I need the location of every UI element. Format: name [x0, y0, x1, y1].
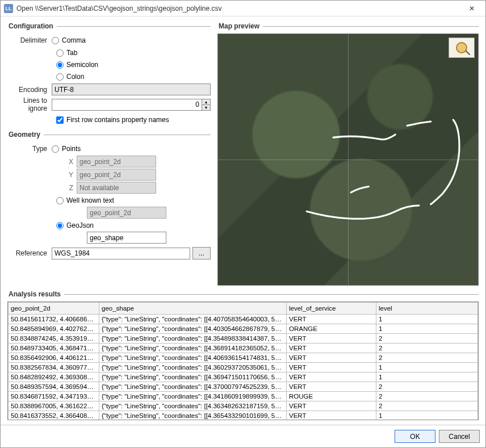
table-cell: {"type": "LineString", "coordinates": [[…: [99, 392, 287, 401]
map-polylines: [218, 34, 478, 286]
dialog-window: LL Open \\Server1\TestData\CSV\geojson_s…: [0, 0, 486, 448]
map-preview[interactable]: [217, 34, 479, 286]
type-label: Type: [7, 145, 52, 153]
content-area: Configuration Delimiter Comma Tab Semico…: [1, 16, 485, 425]
footer: OK Cancel: [1, 425, 485, 447]
table-cell: {"type": "LineString", "coordinates": [[…: [99, 363, 287, 372]
reference-label: Reference: [7, 249, 52, 257]
table-cell: 2: [376, 382, 478, 392]
table-row[interactable]: 50.8356492906, 4.40612106113{"type": "Li…: [9, 353, 478, 363]
table-cell: ORANGE: [287, 324, 376, 334]
table-cell: 2: [376, 334, 478, 344]
table-cell: {"type": "LineString", "coordinates": [[…: [99, 401, 287, 411]
cancel-button[interactable]: Cancel: [439, 430, 480, 443]
table-cell: 2: [376, 353, 478, 363]
table-row[interactable]: 50.8489357594, 4.36959448516{"type": "Li…: [9, 382, 478, 392]
table-cell: {"type": "LineString", "coordinates": [[…: [99, 382, 287, 392]
ok-button[interactable]: OK: [395, 430, 435, 443]
column-header[interactable]: geo_point_2d: [9, 303, 99, 315]
geojson-select[interactable]: [87, 232, 166, 244]
titlebar: LL Open \\Server1\TestData\CSV\geojson_s…: [1, 1, 485, 16]
type-wkt-label: Well known text: [66, 196, 114, 204]
column-header[interactable]: geo_shape: [99, 303, 287, 315]
table-cell: 50.8382567834, 4.36097713019: [9, 363, 99, 372]
reference-browse-button[interactable]: ...: [192, 247, 211, 259]
spinner-down-icon[interactable]: ▼: [202, 105, 210, 110]
type-geojson-radio[interactable]: [56, 222, 64, 229]
lines-ignore-label: Lines to ignore: [7, 97, 52, 112]
table-cell: 1: [376, 315, 478, 324]
table-cell: 50.8388967005, 4.36162208361: [9, 401, 99, 411]
results-scroll[interactable]: geo_point_2dgeo_shapelevel_of_servicelev…: [8, 302, 478, 420]
table-cell: 1: [376, 363, 478, 372]
configuration-legend: Configuration: [7, 22, 57, 30]
table-cell: 50.8485894969, 4.40276271497: [9, 324, 99, 334]
table-cell: VERT: [287, 315, 376, 324]
results-legend: Analysis results: [7, 290, 64, 298]
delimiter-colon-label: Colon: [66, 73, 84, 81]
table-cell: VERT: [287, 334, 376, 344]
first-row-checkbox[interactable]: [56, 116, 64, 124]
table-cell: {"type": "LineString", "coordinates": [[…: [99, 334, 287, 344]
table-cell: 50.8356492906, 4.40612106113: [9, 353, 99, 363]
table-cell: VERT: [287, 401, 376, 411]
table-row[interactable]: 50.8348874245, 4.35391975836{"type": "Li…: [9, 334, 478, 344]
delimiter-tab-radio[interactable]: [56, 49, 64, 57]
results-group: Analysis results geo_point_2dgeo_shapele…: [7, 290, 479, 420]
table-row[interactable]: 50.8416373552, 4.36640806452{"type": "Li…: [9, 411, 478, 420]
table-row[interactable]: 50.8346871592, 4.34719367505{"type": "Li…: [9, 392, 478, 401]
table-cell: 50.8482892492, 4.36930887801: [9, 372, 99, 382]
close-button[interactable]: ✕: [462, 1, 482, 16]
type-geojson-label: GeoJson: [66, 221, 94, 229]
zoom-tool[interactable]: [449, 37, 475, 58]
column-header[interactable]: level: [376, 303, 478, 315]
map-legend: Map preview: [217, 22, 263, 30]
z-select: [77, 182, 156, 194]
y-select: [77, 169, 156, 181]
table-row[interactable]: 50.8485894969, 4.40276271497{"type": "Li…: [9, 324, 478, 334]
table-cell: {"type": "LineString", "coordinates": [[…: [99, 411, 287, 420]
delimiter-semicolon-label: Semicolon: [66, 61, 98, 69]
wkt-select: [87, 207, 166, 219]
table-cell: 50.8346871592, 4.34719367505: [9, 392, 99, 401]
type-wkt-radio[interactable]: [56, 197, 64, 204]
lines-ignore-input[interactable]: [52, 99, 202, 111]
delimiter-comma-radio[interactable]: [52, 37, 59, 44]
type-points-label: Points: [62, 145, 81, 153]
spinner-up-icon[interactable]: ▲: [202, 99, 210, 105]
table-row[interactable]: 50.8388967005, 4.36162208361{"type": "Li…: [9, 401, 478, 411]
encoding-select[interactable]: [52, 83, 211, 95]
results-table: geo_point_2dgeo_shapelevel_of_servicelev…: [8, 302, 478, 420]
table-cell: VERT: [287, 372, 376, 382]
table-cell: {"type": "LineString", "coordinates": [[…: [99, 344, 287, 353]
app-icon: LL: [4, 4, 13, 13]
type-points-radio[interactable]: [52, 145, 59, 153]
delimiter-semicolon-radio[interactable]: [56, 61, 64, 69]
reference-input[interactable]: [52, 248, 190, 259]
delimiter-colon-radio[interactable]: [56, 73, 64, 81]
table-cell: {"type": "LineString", "coordinates": [[…: [99, 372, 287, 382]
table-cell: 50.8415611732, 4.40668681556: [9, 315, 99, 324]
table-cell: 50.8416373552, 4.36640806452: [9, 411, 99, 420]
column-header[interactable]: level_of_service: [287, 303, 376, 315]
table-row[interactable]: 50.8489733405, 4.3684717015{"type": "Lin…: [9, 344, 478, 353]
geometry-legend: Geometry: [7, 131, 44, 139]
geometry-group: Geometry Type Points X Y Z Well known te…: [7, 131, 211, 261]
delimiter-tab-label: Tab: [66, 49, 77, 57]
x-select: [77, 156, 156, 168]
table-cell: 1: [376, 372, 478, 382]
map-group: Map preview: [217, 22, 479, 286]
lines-ignore-spinner[interactable]: ▲▼: [202, 99, 211, 111]
table-row[interactable]: 50.8415611732, 4.40668681556{"type": "Li…: [9, 315, 478, 324]
configuration-group: Configuration Delimiter Comma Tab Semico…: [7, 22, 211, 126]
table-cell: ROUGE: [287, 392, 376, 401]
table-row[interactable]: 50.8382567834, 4.36097713019{"type": "Li…: [9, 363, 478, 372]
first-row-label: First row contains property names: [66, 116, 169, 124]
delimiter-label: Delimiter: [7, 36, 52, 44]
table-row[interactable]: 50.8482892492, 4.36930887801{"type": "Li…: [9, 372, 478, 382]
table-cell: 1: [376, 324, 478, 334]
z-label: Z: [66, 184, 77, 192]
x-label: X: [66, 158, 77, 166]
table-cell: VERT: [287, 353, 376, 363]
results-table-wrap: geo_point_2dgeo_shapelevel_of_servicelev…: [7, 302, 479, 420]
